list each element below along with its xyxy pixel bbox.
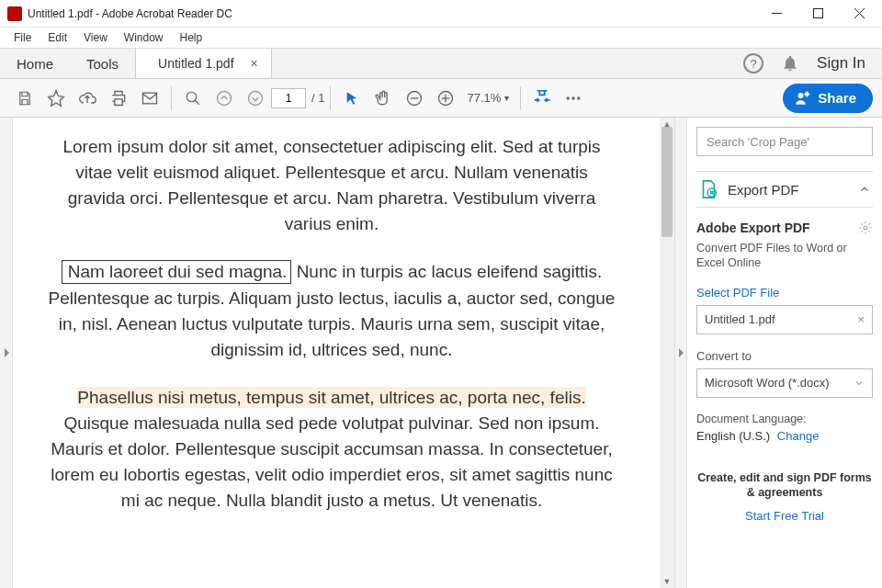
svg-point-8: [249, 91, 263, 105]
tab-document[interactable]: Untitled 1.pdf ×: [135, 49, 272, 78]
window-title: Untitled 1.pdf - Adobe Acrobat Reader DC: [28, 7, 232, 20]
paragraph-3: Phasellus nisi metus, tempus sit amet, u…: [48, 385, 616, 514]
email-icon[interactable]: [134, 83, 165, 114]
menu-window[interactable]: Window: [116, 29, 172, 46]
page-number-input[interactable]: [271, 88, 306, 108]
svg-line-6: [195, 100, 199, 105]
hand-tool-icon[interactable]: [368, 83, 399, 114]
titlebar: Untitled 1.pdf - Adobe Acrobat Reader DC: [0, 0, 882, 28]
page-total-label: / 1: [311, 91, 324, 105]
convert-format-dropdown[interactable]: Microsoft Word (*.docx): [696, 368, 873, 398]
settings-gear-icon[interactable]: [858, 220, 873, 235]
nav-pane-toggle[interactable]: [0, 118, 13, 588]
vertical-scrollbar[interactable]: ▲ ▼: [660, 118, 674, 588]
tools-panel: Search 'Crop Page' Export PDF Adobe Expo…: [687, 118, 882, 588]
document-content: Lorem ipsum dolor sit amet, consectetuer…: [13, 118, 660, 514]
maximize-button[interactable]: [797, 0, 839, 28]
highlighted-text: Phasellus nisi metus, tempus sit amet, u…: [77, 387, 585, 408]
search-placeholder: Search 'Crop Page': [707, 135, 809, 149]
scrollbar-thumb[interactable]: [662, 127, 673, 237]
start-trial-link[interactable]: Start Free Trial: [696, 509, 873, 523]
adobe-export-subtitle: Convert PDF Files to Word or Excel Onlin…: [696, 241, 873, 271]
svg-point-16: [578, 96, 581, 99]
minimize-button[interactable]: [756, 0, 797, 28]
convert-to-label: Convert to: [696, 349, 873, 363]
paragraph-1: Lorem ipsum dolor sit amet, consectetuer…: [48, 134, 616, 237]
language-value: English (U.S.): [696, 429, 770, 443]
selected-file-box[interactable]: Untitled 1.pdf ×: [696, 305, 873, 334]
promo-text: Create, edit and sign PDF forms & agreem…: [696, 470, 873, 501]
star-icon[interactable]: [40, 83, 72, 114]
print-icon[interactable]: [103, 83, 134, 114]
paragraph-2: Nam laoreet dui sed magna. Nunc in turpi…: [48, 259, 616, 362]
svg-point-7: [218, 91, 232, 105]
svg-point-5: [187, 92, 197, 102]
chevron-up-icon: [858, 183, 871, 196]
tab-row: Home Tools Untitled 1.pdf × ? Sign In: [0, 48, 882, 79]
help-icon[interactable]: ?: [743, 53, 763, 74]
tab-document-label: Untitled 1.pdf: [158, 56, 234, 71]
active-read-aloud-text: Nam laoreet dui sed magna.: [62, 260, 292, 284]
page-up-icon[interactable]: [209, 83, 240, 114]
chevron-down-icon: [854, 378, 865, 389]
menu-edit[interactable]: Edit: [40, 29, 75, 46]
adobe-export-title: Adobe Export PDF: [696, 220, 873, 235]
export-pdf-icon: [698, 179, 718, 199]
arrow-select-icon[interactable]: [336, 83, 368, 114]
search-icon[interactable]: [177, 83, 209, 114]
paragraph-3-rest: Quisque malesuada nulla sed pede volutpa…: [51, 413, 612, 510]
zoom-in-icon[interactable]: [430, 83, 461, 114]
language-row: English (U.S.) Change: [696, 429, 873, 443]
bell-icon[interactable]: [778, 51, 802, 75]
close-tab-icon[interactable]: ×: [251, 56, 258, 71]
close-button[interactable]: [839, 0, 880, 28]
menu-view[interactable]: View: [75, 29, 116, 46]
toolbar: / 1 77.1% ▾ Share: [0, 79, 882, 118]
svg-point-14: [567, 96, 570, 99]
svg-rect-1: [814, 9, 823, 18]
scroll-down-arrow[interactable]: ▼: [660, 575, 674, 588]
menu-file[interactable]: File: [6, 29, 40, 46]
share-person-icon: [794, 90, 810, 107]
svg-point-15: [572, 96, 575, 99]
svg-point-17: [798, 93, 804, 98]
document-view[interactable]: Lorem ipsum dolor sit amet, consectetuer…: [13, 118, 674, 588]
body-area: Lorem ipsum dolor sit amet, consectetuer…: [0, 118, 882, 588]
tab-home[interactable]: Home: [0, 49, 70, 78]
tab-tools[interactable]: Tools: [70, 49, 135, 78]
convert-format-value: Microsoft Word (*.docx): [705, 376, 830, 390]
select-file-label: Select PDF File: [696, 286, 873, 300]
more-tools-icon[interactable]: [558, 83, 589, 114]
clear-file-icon[interactable]: ×: [857, 312, 865, 326]
zoom-dropdown[interactable]: 77.1% ▾: [461, 91, 514, 105]
menu-help[interactable]: Help: [172, 29, 211, 46]
chevron-down-icon: ▾: [504, 93, 509, 103]
tools-pane-toggle[interactable]: [674, 118, 687, 588]
export-pdf-label: Export PDF: [728, 182, 858, 198]
share-label: Share: [818, 90, 856, 106]
language-label: Document Language:: [696, 413, 873, 425]
zoom-out-icon[interactable]: [399, 83, 430, 114]
tools-search-input[interactable]: Search 'Crop Page': [696, 127, 873, 156]
selected-file-name: Untitled 1.pdf: [705, 312, 775, 326]
zoom-value: 77.1%: [467, 91, 501, 105]
menubar: File Edit View Window Help: [0, 28, 882, 48]
export-pdf-header[interactable]: Export PDF: [696, 171, 873, 208]
app-icon: [7, 6, 22, 21]
svg-point-22: [864, 226, 867, 230]
share-button[interactable]: Share: [783, 84, 873, 113]
cloud-upload-icon[interactable]: [72, 83, 103, 114]
save-icon[interactable]: [9, 83, 40, 114]
fit-width-icon[interactable]: [526, 83, 558, 114]
sign-in-link[interactable]: Sign In: [817, 54, 865, 73]
change-language-link[interactable]: Change: [777, 429, 820, 443]
page-down-icon[interactable]: [240, 83, 271, 114]
